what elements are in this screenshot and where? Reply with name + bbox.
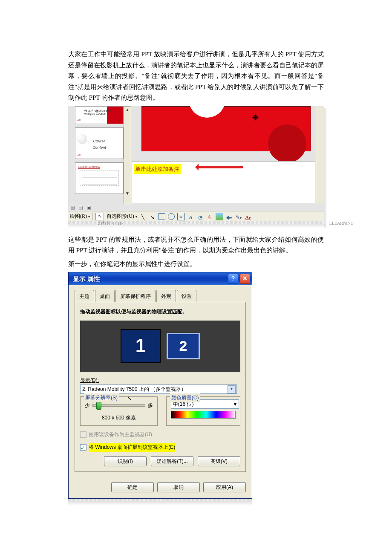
- primary-monitor-checkbox: [80, 431, 86, 438]
- view-buttons[interactable]: ▦ ▤ ▣: [69, 203, 95, 211]
- statusbar-template: ELEARNING: [329, 220, 354, 227]
- notes-pane[interactable]: 单击此处添加备注: [132, 161, 315, 203]
- main-scrollbar[interactable]: [316, 106, 324, 203]
- display-value: 2. Radeon Mobility 7500 上的 （多个监视器）: [82, 385, 186, 393]
- line-tool-icon[interactable]: ╲: [140, 213, 147, 220]
- tab-desktop[interactable]: 桌面: [95, 290, 115, 302]
- thumb1-logo: E/R: [77, 118, 81, 122]
- font-color-icon[interactable]: A▾: [245, 213, 251, 220]
- thumb2-title1: Course: [93, 139, 105, 143]
- thumbnail-scrollbar[interactable]: ▲ ▼: [124, 106, 131, 204]
- tab-strip: 主题 桌面 屏幕保护程序 外观 设置: [75, 289, 246, 302]
- ok-button[interactable]: 确定: [111, 482, 154, 492]
- arrow-tool-icon[interactable]: ↘: [149, 213, 156, 220]
- notes-placeholder: 单击此处添加备注: [134, 164, 181, 174]
- resolution-slider[interactable]: [92, 404, 145, 407]
- thumb1-line1: Virus Protection and: [84, 109, 111, 112]
- paragraph-3: 第一步，在你笔记本的显示属性中进行设置。: [68, 259, 324, 270]
- dialog-titlebar[interactable]: 显示 属性 ? ✕: [69, 272, 252, 285]
- line-color-icon[interactable]: ✎▾: [235, 213, 242, 220]
- extend-desktop-label: 将 Windows 桌面扩展到该监视器上(E): [89, 443, 175, 451]
- resolution-value: 800 x 600 像素: [85, 413, 153, 422]
- instruction-text: 拖动监视器图标以便与监视器的物理设置匹配。: [80, 307, 240, 316]
- slide-thumbnail-2[interactable]: Course Content E/R: [75, 127, 124, 159]
- monitor-1-icon[interactable]: 1: [121, 329, 161, 363]
- tab-settings[interactable]: 设置: [177, 290, 196, 303]
- apply-button[interactable]: 应用(A): [203, 482, 246, 492]
- dropdown-arrow-icon[interactable]: ▼: [233, 400, 238, 408]
- tab-theme[interactable]: 主题: [75, 290, 94, 302]
- slide-edit-area[interactable]: ✥: [132, 106, 315, 161]
- clipart-tool-icon[interactable]: ♙: [206, 213, 213, 220]
- monitor-arrangement-area[interactable]: 1 2: [80, 321, 240, 372]
- display-dropdown[interactable]: 2. Radeon Mobility 7500 上的 （多个监视器） ▼: [80, 384, 237, 394]
- primary-monitor-label: 使用该设备作为主监视器(U): [89, 430, 152, 439]
- annotation-arrow-icon: [196, 166, 243, 168]
- wordart-tool-icon[interactable]: A: [187, 213, 194, 220]
- help-button[interactable]: ?: [228, 274, 238, 284]
- color-gradient-preview: [171, 411, 236, 419]
- oval-tool-icon[interactable]: [168, 213, 175, 220]
- tab-screensaver[interactable]: 屏幕保护程序: [115, 290, 156, 302]
- thumb2-logo: E/R: [77, 153, 81, 157]
- tab-appearance[interactable]: 外观: [156, 290, 176, 302]
- statusbar-slide-count: 幻灯片 4 / 117: [98, 220, 124, 227]
- close-button[interactable]: ✕: [240, 274, 250, 284]
- ppt-screenshot: Virus Protection and Analysis Course E/R…: [68, 106, 324, 227]
- monitor-2-icon[interactable]: 2: [167, 333, 200, 359]
- thumb2-title2: Content: [92, 145, 106, 150]
- advanced-button[interactable]: 高级(V): [198, 456, 240, 466]
- slide-thumbnail-1[interactable]: Virus Protection and Analysis Course E/R: [75, 106, 124, 124]
- color-legend: 颜色质量(C): [170, 393, 200, 402]
- move-cursor-icon: ✥: [252, 111, 259, 124]
- thumb3-header: CourseOverview: [78, 165, 100, 170]
- extend-desktop-checkbox[interactable]: [80, 444, 86, 451]
- rectangle-tool-icon[interactable]: [159, 213, 165, 220]
- fill-color-icon[interactable]: ◆▾: [226, 213, 233, 220]
- slide-thumbnail-3[interactable]: CourseOverview: [75, 162, 124, 194]
- slide-thumbnail-panel: Virus Protection and Analysis Course E/R…: [69, 106, 131, 204]
- troubleshoot-button[interactable]: 疑难解答(T)...: [151, 456, 193, 466]
- color-quality-group: 颜色质量(C) 中(16 位) ▼: [166, 396, 240, 426]
- diagram-tool-icon[interactable]: ◔: [197, 213, 204, 220]
- display-properties-screenshot: 显示 属性 ? ✕ 主题 桌面 屏幕保护程序 外观 设置 拖动监视器图标以便与监…: [68, 272, 324, 506]
- res-more-label: 多: [148, 401, 153, 410]
- identify-button[interactable]: 识别(I): [104, 456, 147, 466]
- resolution-legend: 屏幕分辨率(S): [84, 393, 119, 402]
- paragraph-2: 这些都是 PPT 的常规用法，或者说并不怎么正确的用法，下面就给大家介绍如何高效…: [68, 234, 324, 256]
- cancel-button[interactable]: 取消: [157, 482, 200, 492]
- resolution-group: 屏幕分辨率(S) 少 多 800 x 600 像素: [80, 396, 158, 426]
- paragraph-1: 大家在工作中可能经常用 PPT 放映演示给客户进行讲演，但是几乎所有人的 PPT…: [68, 49, 324, 104]
- res-less-label: 少: [85, 401, 90, 410]
- display-label: 显示(D):: [80, 377, 99, 383]
- dropdown-arrow-icon[interactable]: ▼: [228, 385, 236, 393]
- dialog-title: 显示 属性: [73, 273, 226, 284]
- thumb1-line2: Analysis Course: [84, 112, 106, 115]
